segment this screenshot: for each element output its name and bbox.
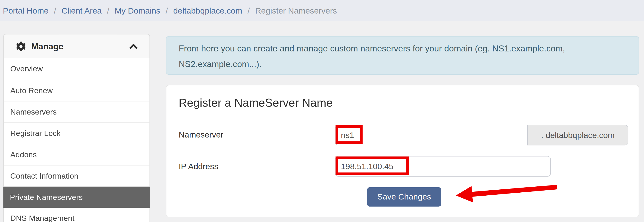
breadcrumb-separator: /: [107, 6, 109, 16]
nameserver-label: Nameserver: [178, 125, 224, 145]
register-nameserver-card: Register a NameServer Name Nameserver . …: [166, 85, 639, 217]
breadcrumb-separator: /: [54, 6, 56, 16]
nameserver-input-group: . deltabbqplace.com: [335, 125, 628, 145]
ip-address-label: IP Address: [178, 156, 218, 176]
main-content: From here you can create and manage cust…: [166, 0, 639, 222]
sidebar-item-auto-renew[interactable]: Auto Renew: [4, 80, 150, 101]
info-alert: From here you can create and manage cust…: [166, 36, 639, 74]
sidebar-item-nameservers[interactable]: Nameservers: [4, 101, 150, 122]
sidebar-menu: Overview Auto Renew Nameservers Registra…: [4, 58, 150, 222]
page: Portal Home / Client Area / My Domains /…: [0, 0, 644, 222]
sidebar-item-private-nameservers[interactable]: Private Nameservers: [3, 186, 150, 208]
sidebar-item-dns-management[interactable]: DNS Management: [4, 208, 150, 222]
sidebar-item-addons[interactable]: Addons: [4, 144, 150, 165]
sidebar-title: Manage: [31, 41, 63, 51]
breadcrumb-link-client-area[interactable]: Client Area: [62, 6, 102, 16]
save-changes-button[interactable]: Save Changes: [367, 187, 441, 206]
annotation-box-nameserver: [336, 125, 363, 144]
chevron-up-icon: [129, 43, 138, 50]
annotation-arrow-icon: [448, 181, 563, 209]
domain-suffix-addon: . deltabbqplace.com: [527, 125, 628, 145]
breadcrumb-link-portal-home[interactable]: Portal Home: [3, 6, 49, 16]
gear-icon: [16, 41, 26, 51]
sidebar-item-contact-information[interactable]: Contact Information: [4, 165, 150, 186]
card-title: Register a NameServer Name: [178, 96, 333, 110]
breadcrumb-link-my-domains[interactable]: My Domains: [114, 6, 160, 16]
sidebar-item-overview[interactable]: Overview: [4, 58, 150, 80]
annotation-box-ip: [336, 156, 409, 175]
nameserver-input[interactable]: [335, 125, 527, 145]
manage-sidebar: Manage Overview Auto Renew Nameservers R…: [3, 34, 150, 222]
sidebar-item-registrar-lock[interactable]: Registrar Lock: [4, 122, 150, 144]
sidebar-header-manage[interactable]: Manage: [4, 34, 150, 58]
